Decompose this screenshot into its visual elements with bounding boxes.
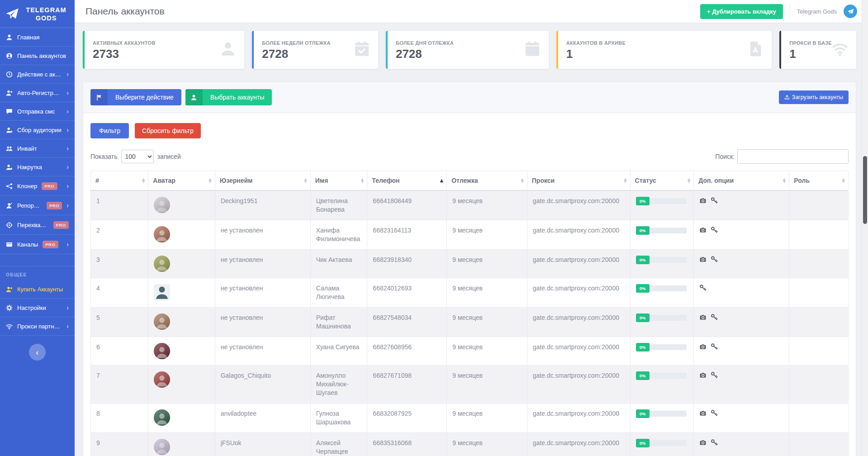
- column-header[interactable]: Статус ▲▼: [630, 171, 694, 191]
- sidebar-item[interactable]: Главная: [0, 28, 75, 47]
- sidebar-item[interactable]: Репортер PRO: [0, 196, 75, 215]
- camera-icon[interactable]: [699, 343, 707, 350]
- page-size-select[interactable]: 100: [121, 150, 154, 163]
- key-icon[interactable]: [711, 314, 718, 321]
- stat-card-value: 1: [789, 48, 832, 60]
- sidebar-item[interactable]: Накрутка: [0, 158, 75, 176]
- key-icon[interactable]: [711, 197, 718, 204]
- select-action-dropdown[interactable]: Выберите действие: [90, 89, 181, 105]
- cell-proxy: gate.dc.smartproxy.com:20000: [527, 366, 630, 404]
- duplicate-tab-button[interactable]: + Дублировать вкладку: [700, 4, 783, 19]
- sidebar-item-label: Авто-Регистрация: [17, 90, 62, 96]
- table-controls: Показать 100 записей Поиск:: [90, 149, 849, 164]
- key-icon[interactable]: [711, 256, 718, 263]
- sidebar-item[interactable]: Настройки: [0, 299, 75, 317]
- sidebar: TELEGRAM GODS Главная Панель аккаунтов: [0, 0, 75, 456]
- chevron-right-icon: [66, 71, 69, 77]
- sidebar-item[interactable]: Авто-Регистрация: [0, 84, 75, 102]
- cell-phone: 66641808449: [367, 190, 447, 220]
- cell-number: 1: [91, 190, 148, 220]
- sidebar-item[interactable]: Перехватчик PRO: [0, 215, 75, 235]
- telegram-plane-icon: [847, 8, 854, 15]
- extra-options: [699, 256, 783, 263]
- cell-phone: 66827608956: [367, 337, 447, 366]
- cell-phone: 66827671098: [367, 366, 447, 404]
- camera-icon[interactable]: [699, 226, 707, 233]
- filter-button[interactable]: Фильтр: [90, 123, 129, 138]
- key-icon[interactable]: [711, 343, 718, 350]
- column-header[interactable]: Аватар ▲▼: [148, 171, 215, 191]
- camera-icon[interactable]: [699, 371, 707, 379]
- key-icon[interactable]: [711, 371, 718, 379]
- select-accounts-dropdown[interactable]: Выбрать аккаунты: [185, 89, 272, 105]
- sidebar-item[interactable]: Каналы PRO: [0, 235, 75, 254]
- key-icon[interactable]: [711, 226, 718, 233]
- accounts-panel: Выберите действие Выбрать аккаунты Загру…: [83, 81, 856, 456]
- show-label: Показать: [90, 153, 118, 160]
- camera-icon[interactable]: [699, 197, 707, 204]
- stat-card-icon: [220, 41, 236, 59]
- upload-accounts-button[interactable]: Загрузить аккаунты: [779, 90, 849, 104]
- sidebar-item[interactable]: Действие с аккаунтом: [0, 65, 75, 84]
- account-avatar: [154, 371, 170, 388]
- sidebar-item-label: Клонер: [17, 183, 37, 190]
- status-progress: 0%: [636, 411, 687, 417]
- cell-proxy: gate.dc.smartproxy.com:20000: [527, 433, 630, 456]
- camera-icon[interactable]: [699, 439, 707, 446]
- column-header[interactable]: Имя ▲▼: [310, 171, 367, 191]
- cell-role: [789, 404, 849, 433]
- sidebar-collapse-button[interactable]: ‹: [29, 344, 46, 361]
- column-header[interactable]: Роль ▲▼: [789, 171, 849, 191]
- key-icon[interactable]: [699, 284, 707, 291]
- column-header[interactable]: # ▲▼: [91, 171, 148, 191]
- column-header[interactable]: Прокси ▲▼: [527, 171, 630, 191]
- scrollbar-thumb[interactable]: [863, 156, 867, 224]
- stat-card: АКТИВНЫХ АККАУНТОВ 2733: [83, 31, 244, 69]
- key-icon[interactable]: [711, 409, 718, 417]
- sidebar-item[interactable]: Купить Аккаунты: [0, 280, 75, 299]
- reset-filter-button[interactable]: Сбросить фильтр: [135, 123, 201, 138]
- key-icon[interactable]: [711, 439, 718, 446]
- page-content: АКТИВНЫХ АККАУНТОВ 2733 БОЛЕЕ НЕДЕЛИ ОТЛ…: [75, 23, 868, 456]
- table-row: 9 jFSUok Аляксей Черпавцев 66835316068: [91, 433, 849, 456]
- cell-number: 8: [91, 404, 148, 433]
- sidebar-item-icon: [6, 127, 13, 133]
- stat-card-label: БОЛЕЕ ДНЯ ОТЛЕЖКА: [396, 40, 454, 46]
- status-badge: 0%: [636, 343, 650, 352]
- column-header[interactable]: Телефон ▲▼: [367, 171, 447, 191]
- user-avatar[interactable]: [844, 5, 857, 18]
- sidebar-item-icon: [6, 34, 13, 41]
- table-row: 7 Galagos_Chiquito Амонулло Михайлюк-Шуг…: [91, 366, 849, 404]
- app-logo[interactable]: TELEGRAM GODS: [0, 0, 75, 28]
- sort-icon: ▲▼: [304, 178, 307, 183]
- cell-number: 6: [91, 337, 148, 366]
- sidebar-item[interactable]: Прокси партнеры: [0, 317, 75, 336]
- table-row: 3 не установлен Чик Актаева 66823918340: [91, 250, 849, 278]
- sidebar-item[interactable]: Панель аккаунтов: [0, 47, 75, 65]
- cell-name: Чик Актаева: [310, 250, 367, 278]
- cell-age: 9 месяцев: [447, 366, 527, 404]
- status-badge: 0%: [636, 409, 650, 418]
- column-header[interactable]: Юзернейм ▲▼: [215, 171, 310, 191]
- column-header[interactable]: Отлежка ▲▼: [447, 171, 527, 191]
- sidebar-item[interactable]: Отправка смс: [0, 102, 75, 121]
- scrollbar[interactable]: [862, 0, 868, 456]
- column-header[interactable]: Доп. опции ▲▼: [694, 171, 789, 191]
- sidebar-item[interactable]: Клонер PRO: [0, 176, 75, 196]
- sidebar-item[interactable]: Инвайт: [0, 139, 75, 158]
- camera-icon[interactable]: [699, 256, 707, 263]
- camera-icon[interactable]: [699, 409, 707, 417]
- person-silhouette-icon: [155, 200, 169, 213]
- camera-icon[interactable]: [699, 314, 707, 321]
- person-silhouette-icon: [155, 374, 169, 388]
- sidebar-nav-general: Купить Аккаунты Настройки Прокси партнер…: [0, 280, 75, 336]
- account-avatar: [154, 343, 170, 359]
- sidebar-item[interactable]: Сбор аудитории: [0, 121, 75, 139]
- cell-proxy: gate.dc.smartproxy.com:20000: [527, 308, 630, 337]
- cell-phone: 66832087925: [367, 404, 447, 433]
- cell-name: Ханифа Филимоничева: [310, 220, 367, 250]
- sidebar-item-icon: [6, 183, 13, 190]
- search-input[interactable]: [737, 149, 849, 164]
- status-progress: 0%: [636, 257, 687, 263]
- sidebar-item-label: Действие с аккаунтом: [17, 71, 62, 78]
